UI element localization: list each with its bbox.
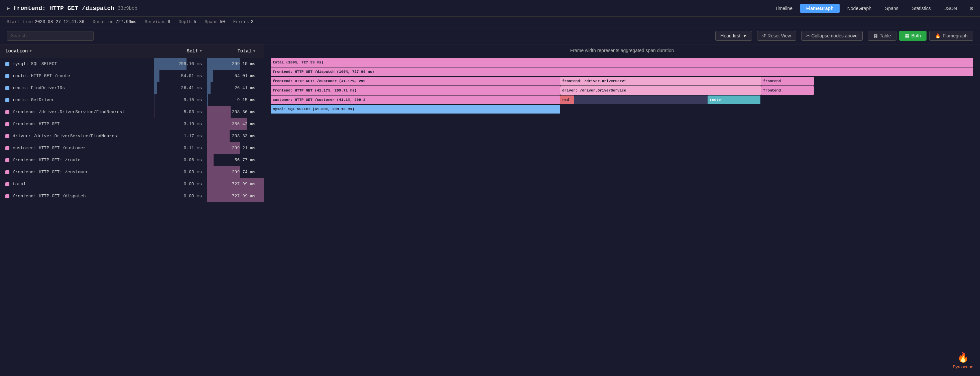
self-cell: 0.06 ms [154,154,207,166]
tab-timeline[interactable]: Timeline [769,4,799,13]
view-toggle-group: ▦ Table ▦ Both 🔥 Flamegraph [868,31,973,41]
flame-row: mysql: SQL SELECT (41.09%, 299.10 ms) [271,105,973,114]
flame-row: total (100%, 727.99 ms) [271,58,973,67]
sort-icon-location: ▼ [29,49,32,53]
location-text: frontend: HTTP GET: /customer [13,170,88,175]
flamegraph-view-button[interactable]: 🔥 Flamegraph [929,31,973,41]
total-bar [207,70,213,82]
total-bar [207,130,230,142]
total-label: Total [237,48,251,54]
depth-label: Depth [178,19,191,24]
table-row[interactable]: driver: /driver.DriverService/FindNeares… [0,130,264,142]
table-row[interactable]: redis: FindDriverIDs 26.41 ms 26.41 ms [0,82,264,94]
flame-block[interactable]: frontend [761,77,814,86]
table-row[interactable]: customer: HTTP GET /customer 0.11 ms 299… [0,142,264,154]
self-value: 3.19 ms [183,122,202,127]
location-cell: customer: HTTP GET /customer [0,142,154,154]
duration-item: Duration 727.99ms [92,19,136,24]
table-row[interactable]: frontend: HTTP GET 3.19 ms 356.42 ms [0,118,264,130]
reset-view-button[interactable]: ↺ Reset View [757,31,796,41]
table-row[interactable]: frontend: HTTP GET /dispatch 0.00 ms 727… [0,190,264,202]
errors-value: 2 [251,19,254,24]
flame-block[interactable] [574,95,708,104]
total-value: 203.33 ms [232,133,255,139]
table-icon: ▦ [873,33,878,38]
self-value: 54.01 ms [181,73,202,78]
col-header-self[interactable]: Self ▼ [154,44,207,58]
location-text: redis: FindDriverIDs [13,86,65,90]
self-label: Self [187,48,198,54]
col-header-total[interactable]: Total ▼ [207,44,261,58]
reset-label: ↺ Reset View [762,33,791,38]
table-row[interactable]: route: HTTP GET /route 54.01 ms 54.01 ms [0,70,264,82]
both-view-button[interactable]: ▦ Both [899,31,926,41]
back-arrow-icon[interactable]: ▶ [7,5,10,12]
flame-block[interactable]: customer: HTTP GET /customer (41.1%, 299… [271,95,560,104]
tab-flamegraph[interactable]: FlameGraph [800,4,840,13]
flame-block[interactable]: route: [708,95,760,104]
flame-block[interactable]: red [560,95,574,104]
table-view-button[interactable]: ▦ Table [868,31,896,41]
location-cell: frontend: HTTP GET: /customer [0,166,154,178]
table-body: mysql: SQL SELECT 299.10 ms 299.10 ms ro… [0,58,264,202]
tab-spans[interactable]: Spans [879,4,904,13]
table-label: Table [880,33,891,38]
flame-spacer [814,86,973,95]
flame-block[interactable]: driver: /driver.DriverService [560,86,761,95]
table-row[interactable]: frontend: /driver.DriverService/FindNear… [0,106,264,118]
total-bar [207,106,231,118]
flame-block[interactable]: frontend [761,86,814,95]
flame-block[interactable]: total (100%, 727.99 ms) [271,58,973,67]
start-time-item: Start time 2023-08-27 12:41:36 [7,19,84,24]
flamegraph-container: total (100%, 727.99 ms)frontend: HTTP GE… [271,58,973,114]
total-value: 54.01 ms [235,73,255,78]
table-row[interactable]: total 0.00 ms 727.99 ms [0,178,264,190]
head-first-button[interactable]: Head first ▼ [715,31,752,41]
total-cell: 727.99 ms [207,190,261,202]
location-cell: frontend: HTTP GET [0,118,154,130]
color-dot [5,98,10,102]
flame-block[interactable]: frontend: HTTP GET (41.17%, 299.71 ms) [271,86,560,95]
tab-statistics[interactable]: Statistics [906,4,937,13]
location-cell: redis: FindDriverIDs [0,82,154,94]
self-value: 299.10 ms [178,62,202,67]
color-dot [5,194,10,198]
table-row[interactable]: frontend: HTTP GET: /route 0.06 ms 56.77… [0,154,264,166]
flame-block[interactable]: frontend: HTTP GET /dispatch (100%, 727.… [271,67,973,76]
both-icon: ▦ [905,33,909,38]
services-item: Services 6 [145,19,170,24]
flame-row: customer: HTTP GET /customer (41.1%, 299… [271,95,973,104]
main-content: Location ▼ Self ▼ Total ▼ mysql: SQL SEL… [0,44,980,376]
location-cell: frontend: HTTP GET: /route [0,154,154,166]
sort-icon-self: ▼ [200,49,202,53]
tab-json[interactable]: JSON [939,4,963,13]
frame-title: Frame width represents aggregated span d… [271,48,973,53]
self-cell: 9.15 ms [154,94,207,106]
location-text: mysql: SQL SELECT [13,62,57,67]
self-cell: 0.11 ms [154,142,207,154]
flame-block[interactable]: frontend: /driver.DriverServi [560,77,761,86]
tab-nodegraph[interactable]: NodeGraph [841,4,877,13]
collapse-nodes-button[interactable]: ✂ Collapse nodes above [801,31,863,41]
total-cell: 26.41 ms [207,82,261,94]
total-cell: 356.42 ms [207,118,261,130]
total-value: 26.41 ms [235,86,255,90]
table-row[interactable]: mysql: SQL SELECT 299.10 ms 299.10 ms [0,58,264,70]
self-value: 0.00 ms [183,194,202,199]
meta-bar: Start time 2023-08-27 12:41:36 Duration … [0,17,980,27]
flame-block[interactable]: mysql: SQL SELECT (41.09%, 299.10 ms) [271,105,560,114]
color-dot [5,86,10,90]
left-panel: Location ▼ Self ▼ Total ▼ mysql: SQL SEL… [0,44,264,376]
search-input[interactable] [7,31,94,41]
col-header-location[interactable]: Location ▼ [0,44,154,58]
total-cell: 56.77 ms [207,154,261,166]
total-cell: 9.15 ms [207,94,261,106]
errors-item: Errors 2 [233,19,254,24]
color-dot [5,158,10,162]
location-cell: driver: /driver.DriverService/FindNeares… [0,130,154,142]
self-value: 0.11 ms [183,146,202,151]
settings-icon[interactable]: ⚙ [970,5,973,12]
table-row[interactable]: redis: GetDriver 9.15 ms 9.15 ms [0,94,264,106]
flame-block[interactable]: frontend: HTTP GET: /customer (41.17%, 2… [271,77,560,86]
table-row[interactable]: frontend: HTTP GET: /customer 0.03 ms 29… [0,166,264,178]
